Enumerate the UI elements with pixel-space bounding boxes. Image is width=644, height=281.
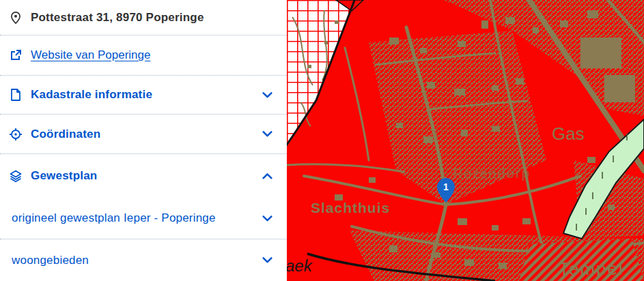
section-gewestplan[interactable]: Gewestplan [0, 154, 287, 198]
website-link[interactable]: Website van Poperinge [31, 48, 150, 62]
geoportal-window: Pottestraat 31, 8970 Poperinge Website v… [0, 0, 644, 281]
gewestplan-item-label: woongebieden [12, 254, 89, 267]
address-label: Pottestraat 31, 8970 Poperinge [31, 11, 204, 25]
section-label: Kadastrale informatie [31, 88, 152, 102]
chevron-up-icon[interactable] [262, 171, 273, 182]
chevron-down-icon[interactable] [262, 128, 273, 140]
target-icon [9, 128, 23, 141]
section-label: Gewestplan [31, 169, 97, 183]
gewestplan-map-canvas [287, 0, 644, 281]
section-coordinaten[interactable]: Coördinaten [0, 115, 287, 154]
info-sidebar: Pottestraat 31, 8970 Poperinge Website v… [0, 0, 287, 281]
chevron-down-icon[interactable] [262, 213, 273, 224]
website-row: Website van Poperinge [0, 35, 287, 76]
address-row: Pottestraat 31, 8970 Poperinge [0, 0, 287, 35]
gewestplan-item-origineel[interactable]: origineel gewestplan Ieper - Poperinge [0, 198, 287, 239]
external-link-icon [9, 48, 23, 62]
document-icon [9, 88, 23, 102]
location-pin-icon [9, 11, 23, 25]
gewestplan-item-label: origineel gewestplan Ieper - Poperinge [12, 211, 216, 225]
marker-number: 1 [437, 181, 455, 192]
gewestplan-item-woongebieden[interactable]: woongebieden [0, 239, 287, 281]
map-marker-pin[interactable]: 1 [437, 178, 455, 203]
chevron-down-icon[interactable] [262, 89, 273, 101]
section-label: Coördinaten [31, 128, 100, 141]
section-kadastrale-informatie[interactable]: Kadastrale informatie [0, 76, 287, 115]
map-viewport[interactable]: Slachthuis Gas Tempel Rozendorp aek 1 [287, 0, 644, 281]
chevron-down-icon[interactable] [262, 254, 273, 266]
layers-icon [9, 169, 23, 183]
